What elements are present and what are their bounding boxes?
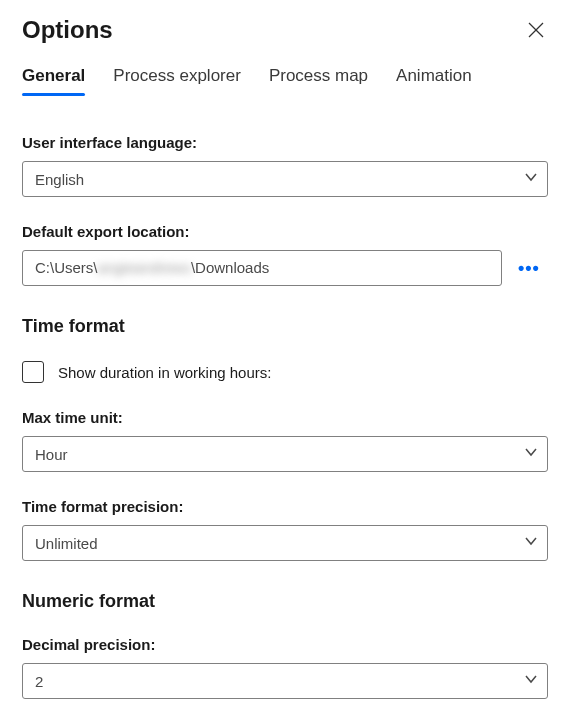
tab-bar: General Process explorer Process map Ani… (22, 66, 548, 94)
ellipsis-icon: ••• (518, 258, 540, 278)
dialog-title: Options (22, 16, 113, 44)
language-select[interactable]: English (22, 161, 548, 197)
tab-animation[interactable]: Animation (396, 66, 472, 94)
working-hours-checkbox[interactable] (22, 361, 44, 383)
close-icon (528, 22, 544, 38)
numeric-format-heading: Numeric format (22, 591, 548, 612)
tab-general[interactable]: General (22, 66, 85, 94)
export-location-label: Default export location: (22, 223, 548, 240)
decimal-precision-select[interactable]: 2 (22, 663, 548, 699)
decimal-precision-label: Decimal precision: (22, 636, 548, 653)
export-path-prefix: C:\Users\ (35, 259, 98, 276)
export-path-user: angieandrews (98, 259, 191, 276)
tab-process-map[interactable]: Process map (269, 66, 368, 94)
working-hours-label: Show duration in working hours: (58, 364, 271, 381)
export-path-suffix: \Downloads (191, 259, 269, 276)
export-location-input[interactable]: C:\Users\angieandrews\Downloads (22, 250, 502, 286)
max-time-unit-select[interactable]: Hour (22, 436, 548, 472)
browse-button[interactable]: ••• (516, 255, 542, 281)
time-precision-select[interactable]: Unlimited (22, 525, 548, 561)
language-label: User interface language: (22, 134, 548, 151)
max-time-unit-label: Max time unit: (22, 409, 548, 426)
close-button[interactable] (524, 18, 548, 42)
time-format-heading: Time format (22, 316, 548, 337)
tab-process-explorer[interactable]: Process explorer (113, 66, 241, 94)
time-precision-label: Time format precision: (22, 498, 548, 515)
